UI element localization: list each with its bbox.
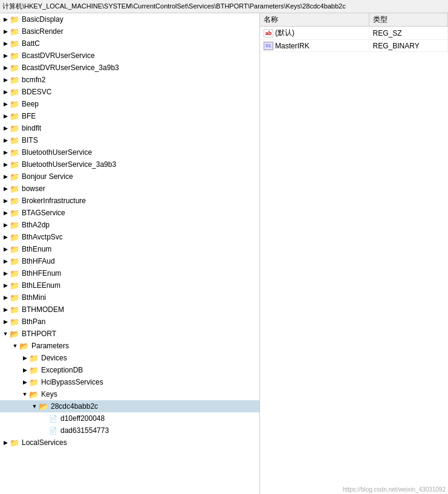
tree-item-bcmfn2[interactable]: ▶📁bcmfn2 xyxy=(0,74,259,86)
expand-arrow-Keys[interactable]: ▼ xyxy=(21,390,29,398)
tree-item-28cdc4babb2c[interactable]: ▼📂28cdc4babb2c xyxy=(0,400,259,412)
folder-icon-BluetoothUserService: 📁 xyxy=(10,148,19,157)
expand-arrow-BthA2dp[interactable]: ▶ xyxy=(1,221,10,229)
tree-label-Parameters: Parameters xyxy=(30,342,69,350)
expand-arrow-BasicDisplay[interactable]: ▶ xyxy=(1,15,10,24)
tree-item-BonjourService[interactable]: ▶📁Bonjour Service xyxy=(0,171,259,183)
expand-arrow-BthMini[interactable]: ▶ xyxy=(1,293,10,302)
tree-item-BthAvctpSvc[interactable]: ▶📁BthAvctpSvc xyxy=(0,231,259,243)
tree-item-BTHMODEM[interactable]: ▶📁BTHMODEM xyxy=(0,304,259,316)
expand-arrow-BthPan[interactable]: ▶ xyxy=(1,317,10,326)
tree-item-ExceptionDB[interactable]: ▶📁ExceptionDB xyxy=(0,364,259,376)
tree-item-BasicRender[interactable]: ▶📁BasicRender xyxy=(0,25,259,37)
folder-icon-28cdc4babb2c: 📂 xyxy=(39,402,48,411)
tree-item-Beep[interactable]: ▶📁Beep xyxy=(0,98,259,110)
expand-arrow-BrokerInfrastructure[interactable]: ▶ xyxy=(1,197,10,205)
folder-icon-BthLEEnum: 📁 xyxy=(10,281,19,290)
expand-arrow-bowser[interactable]: ▶ xyxy=(1,184,10,193)
expand-arrow-BluetoothUserService[interactable]: ▶ xyxy=(1,148,10,157)
folder-icon-bcmfn2: 📁 xyxy=(10,76,19,84)
value-panel: 名称 类型 ab(默认)REG_SZ01MasterIRKREG_BINARY xyxy=(260,13,448,494)
folder-icon-bowser: 📁 xyxy=(10,184,19,193)
expand-arrow-BthAvctpSvc[interactable]: ▶ xyxy=(1,233,10,241)
expand-arrow-BDESVC[interactable]: ▶ xyxy=(1,88,10,96)
value-row[interactable]: 01MasterIRKREG_BINARY xyxy=(260,40,448,52)
expand-arrow-bindflt[interactable]: ▶ xyxy=(1,124,10,132)
expand-arrow-BcastDVRUserService[interactable]: ▶ xyxy=(1,51,10,60)
tree-item-BrokerInfrastructure[interactable]: ▶📁BrokerInfrastructure xyxy=(0,195,259,207)
value-row[interactable]: ab(默认)REG_SZ xyxy=(260,27,448,40)
tree-item-BDESVC[interactable]: ▶📁BDESVC xyxy=(0,86,259,98)
tree-item-BITS[interactable]: ▶📁BITS xyxy=(0,134,259,146)
expand-arrow-BattC[interactable]: ▶ xyxy=(1,39,10,48)
folder-icon-Devices: 📁 xyxy=(29,354,39,362)
tree-item-BthLEEnum[interactable]: ▶📁BthLEEnum xyxy=(0,279,259,291)
tree-label-28cdc4babb2c: 28cdc4babb2c xyxy=(50,402,98,411)
expand-arrow-BthEnum[interactable]: ▶ xyxy=(1,245,10,253)
expand-arrow-LocalServices[interactable]: ▶ xyxy=(1,438,10,447)
tree-item-BthPan[interactable]: ▶📁BthPan xyxy=(0,316,259,328)
tree-item-BTAGService[interactable]: ▶📁BTAGService xyxy=(0,207,259,219)
expand-arrow-BITS[interactable]: ▶ xyxy=(1,136,10,145)
expand-arrow-BthHFAud[interactable]: ▶ xyxy=(1,257,10,265)
folder-icon-bindflt: 📁 xyxy=(10,124,19,132)
tree-item-Parameters[interactable]: ▼📂Parameters xyxy=(0,340,259,352)
expand-arrow-BthHFEnum[interactable]: ▶ xyxy=(1,269,10,278)
folder-icon-BcastDVRUserService_3a9b3: 📁 xyxy=(10,63,19,72)
expand-arrow-BTHPORT[interactable]: ▼ xyxy=(1,330,10,338)
expand-arrow-bcmfn2[interactable]: ▶ xyxy=(1,76,10,84)
folder-icon-BFE: 📁 xyxy=(10,112,19,120)
tree-item-dad631554773[interactable]: 📄dad631554773 xyxy=(0,424,259,437)
tree-label-BITS: BITS xyxy=(21,136,38,145)
tree-item-BthHFAud[interactable]: ▶📁BthHFAud xyxy=(0,255,259,267)
tree-item-BcastDVRUserService[interactable]: ▶📁BcastDVRUserService xyxy=(0,50,259,62)
tree-item-BcastDVRUserService_3a9b3[interactable]: ▶📁BcastDVRUserService_3a9b3 xyxy=(0,62,259,74)
tree-item-Devices[interactable]: ▶📁Devices xyxy=(0,352,259,364)
expand-arrow-Beep[interactable]: ▶ xyxy=(1,100,10,108)
tree-item-BluetoothUserService[interactable]: ▶📁BluetoothUserService xyxy=(0,146,259,158)
tree-label-BFE: BFE xyxy=(21,112,36,120)
tree-item-BFE[interactable]: ▶📁BFE xyxy=(0,110,259,122)
expand-arrow-BthLEEnum[interactable]: ▶ xyxy=(1,281,10,290)
tree-item-BthMini[interactable]: ▶📁BthMini xyxy=(0,291,259,304)
folder-icon-Keys: 📂 xyxy=(29,390,39,398)
expand-arrow-BcastDVRUserService_3a9b3[interactable]: ▶ xyxy=(1,63,10,72)
tree-item-BattC[interactable]: ▶📁BattC xyxy=(0,37,259,50)
expand-arrow-BonjourService[interactable]: ▶ xyxy=(1,172,10,181)
folder-icon-BthPan: 📁 xyxy=(10,317,19,326)
tree-item-bindflt[interactable]: ▶📁bindflt xyxy=(0,122,259,134)
registry-tree[interactable]: ▶📁BasicDisplay▶📁BasicRender▶📁BattC▶📁Bcas… xyxy=(0,13,260,494)
tree-item-d10eff200048[interactable]: 📄d10eff200048 xyxy=(0,412,259,424)
address-text: 计算机\HKEY_LOCAL_MACHINE\SYSTEM\CurrentCon… xyxy=(2,2,346,11)
tree-label-dad631554773: dad631554773 xyxy=(59,426,109,435)
expand-arrow-Devices[interactable]: ▶ xyxy=(21,354,29,362)
expand-arrow-BFE[interactable]: ▶ xyxy=(1,112,10,120)
tree-label-LocalServices: LocalServices xyxy=(21,438,67,447)
tree-item-BthEnum[interactable]: ▶📁BthEnum xyxy=(0,243,259,255)
expand-arrow-28cdc4babb2c[interactable]: ▼ xyxy=(30,402,39,411)
folder-icon-BonjourService: 📁 xyxy=(10,172,19,181)
tree-item-bowser[interactable]: ▶📁bowser xyxy=(0,183,259,195)
tree-item-Keys[interactable]: ▼📂Keys xyxy=(0,388,259,400)
tree-item-BasicDisplay[interactable]: ▶📁BasicDisplay xyxy=(0,13,259,25)
expand-arrow-BTAGService[interactable]: ▶ xyxy=(1,209,10,217)
tree-item-BthHFEnum[interactable]: ▶📁BthHFEnum xyxy=(0,267,259,279)
expand-arrow-HciBypassServices[interactable]: ▶ xyxy=(21,378,29,386)
folder-icon-BthA2dp: 📁 xyxy=(10,221,19,229)
value-table: 名称 类型 ab(默认)REG_SZ01MasterIRKREG_BINARY xyxy=(260,13,448,52)
tree-item-BTHPORT[interactable]: ▼📂BTHPORT xyxy=(0,328,259,340)
expand-arrow-BTHMODEM[interactable]: ▶ xyxy=(1,305,10,314)
tree-item-LocalServices[interactable]: ▶📁LocalServices xyxy=(0,437,259,449)
folder-icon-BasicRender: 📁 xyxy=(10,27,19,36)
expand-arrow-Parameters[interactable]: ▼ xyxy=(11,342,19,350)
value-name-text: MasterIRK xyxy=(275,42,310,50)
expand-arrow-BluetoothUserService_3a9b3[interactable]: ▶ xyxy=(1,160,10,169)
tree-item-HciBypassServices[interactable]: ▶📁HciBypassServices xyxy=(0,376,259,388)
expand-arrow-BasicRender[interactable]: ▶ xyxy=(1,27,10,36)
expand-arrow-ExceptionDB[interactable]: ▶ xyxy=(21,366,29,374)
tree-item-BluetoothUserService_3a9b3[interactable]: ▶📁BluetoothUserService_3a9b3 xyxy=(0,158,259,171)
folder-icon-BcastDVRUserService: 📁 xyxy=(10,51,19,60)
tree-item-BthA2dp[interactable]: ▶📁BthA2dp xyxy=(0,219,259,231)
folder-icon-Beep: 📁 xyxy=(10,100,19,108)
folder-icon-dad631554773: 📄 xyxy=(48,426,58,435)
